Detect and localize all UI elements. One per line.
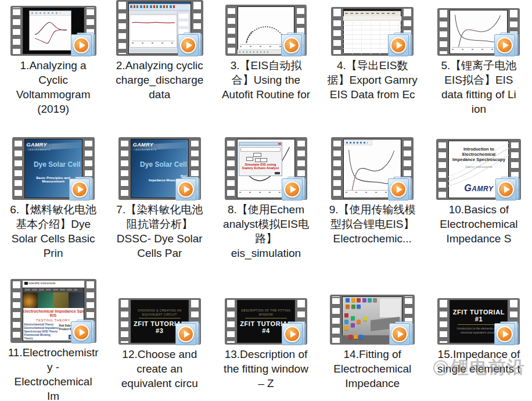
gamry-logo: GAMRY — [133, 142, 153, 148]
play-triangle-icon — [398, 331, 404, 338]
cyclic-voltammogram-chart — [32, 17, 69, 48]
play-button[interactable] — [175, 321, 203, 348]
thumbnail-wrap — [331, 0, 414, 56]
desktop-icon — [354, 335, 358, 339]
photo-tile — [38, 292, 53, 308]
play-triangle-icon — [290, 186, 296, 193]
video-title: 7.【染料敏化电池阻抗谱分析】DSSC- Dye Solar Cells Par — [114, 202, 205, 260]
nav-bar — [23, 288, 84, 292]
thumbnail-wrap: Introduction to Electrochemical Impedanc… — [436, 135, 521, 200]
toolbar — [30, 11, 71, 16]
video-title: 1.Analyzing a Cyclic Voltammogram (2019) — [8, 58, 99, 116]
play-button[interactable] — [71, 320, 99, 346]
film-sprocket-holes — [438, 141, 446, 198]
thumbnail-wrap: GAMRY INSTRUMENTS Dye Solar Cell Part Im… — [118, 135, 201, 200]
video-thumbnail[interactable] — [331, 7, 414, 56]
play-button[interactable] — [389, 321, 417, 348]
play-button[interactable] — [71, 33, 99, 59]
play-button[interactable] — [282, 177, 310, 203]
desktop-icon — [348, 335, 353, 339]
thumbnail-wrap — [10, 0, 96, 56]
play-button[interactable] — [494, 321, 522, 348]
desktop-icon — [344, 320, 348, 324]
divider-line — [245, 318, 287, 318]
video-thumbnail[interactable]: CHOOSING & CREATING AN EQUIVALENT CIRCUI… — [118, 298, 201, 345]
video-thumbnail[interactable] — [330, 295, 415, 345]
video-thumbnail[interactable]: GAMRY INSTRUMENTS Dye Solar Cell Part Im… — [118, 137, 201, 200]
desktop-icon — [357, 305, 361, 309]
film-sprocket-holes — [121, 300, 128, 343]
desktop-icon — [346, 298, 350, 302]
play-triangle-icon — [504, 186, 510, 193]
circuit-element — [253, 153, 261, 157]
play-button[interactable] — [388, 177, 416, 203]
play-circle — [178, 326, 194, 342]
play-triangle-icon — [397, 186, 402, 193]
video-thumbnail[interactable]: ZFIT TUTORIAL #1 Introduction to the ele… — [437, 298, 520, 345]
video-item: 14.Fitting of Electrochemical Impedance — [319, 279, 426, 401]
video-thumbnail[interactable]: GAMRY INSTRUMENTS Dye Solar Cell Basic P… — [12, 137, 95, 200]
desktop-icon — [351, 298, 355, 302]
video-title: 10.Basics of Electrochemical Impedance S — [433, 202, 524, 246]
desktop-icon — [363, 317, 367, 321]
desktop-icon — [362, 298, 366, 302]
video-thumbnail[interactable]: DESCRIPTION OF THE FITTING WINDOW ZFIT T… — [225, 298, 307, 345]
video-title: 3.【EIS自动拟合】Using the Autofit Routine for — [221, 58, 311, 102]
film-sprocket-holes — [15, 139, 22, 198]
play-button[interactable] — [388, 33, 416, 59]
film-sprocket-holes — [227, 139, 235, 198]
desktop-icon — [344, 326, 348, 330]
gamry-logo: GAMRY — [27, 142, 47, 148]
play-circle — [391, 326, 408, 342]
play-button[interactable] — [494, 33, 522, 59]
play-button[interactable] — [282, 321, 310, 348]
video-thumbnail[interactable]: Simulate EIS using Gamry Echem Analyst — [225, 137, 307, 200]
play-button[interactable] — [69, 177, 97, 203]
play-circle — [284, 326, 300, 342]
play-triangle-icon — [290, 331, 296, 338]
video-item: GAMRY INSTRUMENTS Dye Solar Cell Part Im… — [106, 135, 213, 279]
circuit-element — [260, 158, 267, 162]
play-button[interactable] — [281, 33, 309, 59]
slide-title: ZFIT TUTORIAL #1 — [450, 309, 508, 323]
divider-line — [458, 324, 499, 325]
video-thumbnail[interactable] — [116, 0, 203, 56]
play-button[interactable] — [495, 177, 523, 203]
play-circle — [180, 37, 196, 53]
video-thumbnail[interactable]: Introduction to Electrochemical Impedanc… — [436, 139, 521, 200]
video-title: 4.【导出EIS数据】Export Gamry EIS Data from Ec — [327, 58, 418, 102]
desktop-icon — [373, 298, 377, 302]
play-triangle-icon — [503, 331, 509, 338]
play-triangle-icon — [397, 42, 402, 49]
video-title: 5.【锂离子电池EIS拟合】EIS data fitting of Li ion — [433, 58, 524, 116]
video-item: 3.【EIS自动拟合】Using the Autofit Routine for — [213, 0, 319, 135]
film-sprocket-holes — [333, 139, 341, 198]
play-triangle-icon — [290, 42, 296, 49]
video-thumbnail[interactable] — [225, 5, 307, 56]
video-item: ZFIT TUTORIAL #1 Introduction to the ele… — [426, 279, 532, 401]
play-button[interactable] — [175, 177, 203, 203]
video-thumbnail[interactable] — [10, 6, 96, 56]
film-sprocket-holes — [13, 8, 20, 54]
watermark-text: 锂电前沿 — [451, 356, 526, 379]
video-thumbnail[interactable]: scientific instruments Electrochemical I… — [10, 279, 96, 343]
slide-title: Introduction to Electrochemical Impedanc… — [452, 146, 505, 162]
app-window — [29, 10, 71, 51]
play-triangle-icon — [186, 42, 192, 49]
video-item: scientific instruments Electrochemical I… — [0, 279, 106, 401]
video-item: 2.Analyzing cyclic charge_discharge data — [106, 0, 213, 135]
video-title: 12.Choose and create an equivalent circu — [114, 347, 205, 391]
photo-strip — [23, 292, 84, 308]
video-title: 8.【使用Echem analyst模拟EIS电路】eis_simulation — [221, 202, 311, 260]
video-item: 5.【锂离子电池EIS拟合】EIS data fitting of Li ion — [426, 0, 532, 135]
film-sprocket-holes — [333, 9, 341, 54]
play-button[interactable] — [178, 33, 206, 59]
topic-item: Potentiostat Working Theory — [24, 334, 59, 341]
play-circle — [71, 181, 88, 198]
video-item: 1.Analyzing a Cyclic Voltammogram (2019) — [0, 0, 106, 135]
video-grid: 1.Analyzing a Cyclic Voltammogram (2019) — [0, 0, 532, 401]
play-triangle-icon — [80, 329, 85, 336]
video-item: 4.【导出EIS数据】Export Gamry EIS Data from Ec — [319, 0, 426, 135]
video-thumbnail[interactable] — [437, 8, 520, 56]
video-thumbnail[interactable] — [331, 137, 414, 200]
